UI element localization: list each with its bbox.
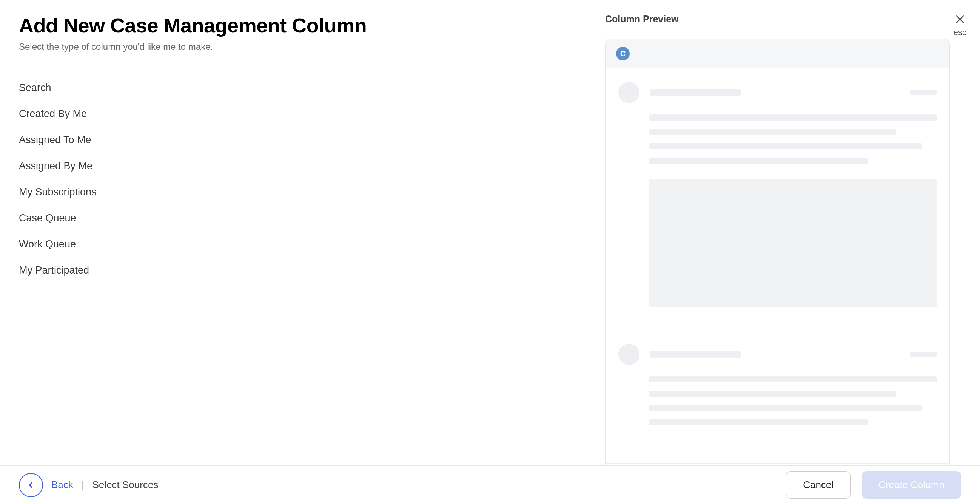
right-panel: Column Preview esc C <box>575 0 980 466</box>
image-placeholder <box>649 179 937 307</box>
column-type-list: Search Created By Me Assigned To Me Assi… <box>19 75 556 283</box>
back-button[interactable] <box>19 473 43 497</box>
text-placeholder <box>649 158 867 164</box>
time-placeholder <box>910 90 937 95</box>
preview-header: C <box>606 39 950 69</box>
page-title: Add New Case Management Column <box>19 14 556 37</box>
chevron-left-icon <box>27 481 35 489</box>
preview-column: C <box>605 39 950 470</box>
text-placeholder <box>649 419 867 426</box>
footer-left: Back | Select Sources <box>19 473 158 497</box>
text-placeholder <box>649 115 937 121</box>
text-placeholder <box>649 129 896 135</box>
footer-bar: Back | Select Sources Cancel Create Colu… <box>0 466 980 504</box>
cancel-button[interactable]: Cancel <box>786 471 851 499</box>
column-type-assigned-to-me[interactable]: Assigned To Me <box>19 127 556 153</box>
close-icon <box>955 14 966 27</box>
left-panel: Add New Case Management Column Select th… <box>0 0 575 466</box>
avatar-placeholder <box>618 344 640 365</box>
column-type-assigned-by-me[interactable]: Assigned By Me <box>19 153 556 179</box>
name-placeholder <box>650 89 741 96</box>
column-type-created-by-me[interactable]: Created By Me <box>19 101 556 127</box>
preview-card <box>606 330 950 464</box>
column-type-my-participated[interactable]: My Participated <box>19 257 556 283</box>
column-type-work-queue[interactable]: Work Queue <box>19 231 556 257</box>
divider: | <box>81 479 84 491</box>
footer-right: Cancel Create Column <box>786 471 961 499</box>
brand-icon: C <box>616 47 630 61</box>
breadcrumb: Select Sources <box>92 479 159 491</box>
preview-card <box>606 69 950 330</box>
close-label: esc <box>954 27 966 37</box>
avatar-placeholder <box>618 82 640 103</box>
text-placeholder <box>649 376 937 382</box>
preview-title: Column Preview <box>605 14 950 25</box>
column-type-search[interactable]: Search <box>19 75 556 101</box>
text-placeholder <box>649 405 922 411</box>
page-subtitle: Select the type of column you'd like me … <box>19 41 556 52</box>
time-placeholder <box>910 352 937 357</box>
column-type-my-subscriptions[interactable]: My Subscriptions <box>19 179 556 205</box>
back-label[interactable]: Back <box>51 479 73 491</box>
close-button[interactable]: esc <box>954 14 966 37</box>
create-column-button[interactable]: Create Column <box>862 471 961 499</box>
text-placeholder <box>649 143 922 149</box>
column-type-case-queue[interactable]: Case Queue <box>19 205 556 231</box>
name-placeholder <box>650 351 741 358</box>
text-placeholder <box>649 391 896 397</box>
